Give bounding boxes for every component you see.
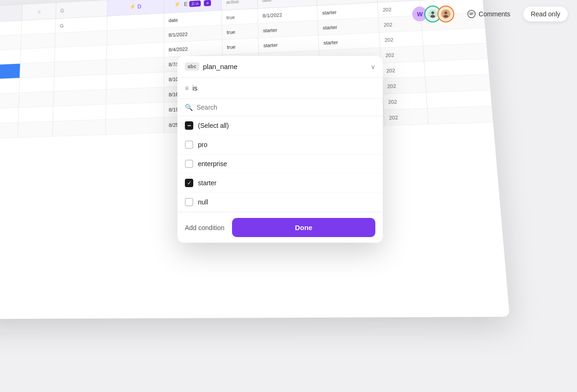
avatar-w-label: W bbox=[417, 11, 422, 18]
operator-text: is bbox=[192, 84, 197, 92]
checkbox-starter[interactable]: ✓ bbox=[185, 179, 193, 187]
active-col-header: active bbox=[226, 0, 239, 5]
hamburger-icon: ≡ bbox=[37, 8, 41, 14]
svg-point-1 bbox=[431, 12, 434, 14]
dash-icon: − bbox=[187, 122, 191, 129]
svg-point-4 bbox=[444, 12, 447, 14]
svg-point-2 bbox=[430, 15, 435, 18]
read-only-label: Read only bbox=[531, 10, 560, 18]
checkbox-enterprise[interactable] bbox=[185, 160, 193, 168]
option-label-select-all: (Select all) bbox=[198, 122, 229, 129]
option-enterprise[interactable]: enterprise bbox=[177, 154, 383, 174]
option-label-pro: pro bbox=[198, 141, 207, 148]
filter-panel: abc plan_name ∨ ≡ is 🔍 − (Select all) pr… bbox=[177, 56, 383, 243]
options-list: − (Select all) pro enterprise ✓ starter … bbox=[177, 116, 383, 212]
field-selector-left: abc plan_name bbox=[185, 63, 238, 70]
avatar-orange-img bbox=[441, 9, 450, 19]
comment-icon bbox=[467, 10, 476, 18]
add-condition-button[interactable]: Add condition bbox=[185, 224, 225, 231]
option-select-all[interactable]: − (Select all) bbox=[177, 116, 383, 135]
option-label-starter: starter bbox=[198, 179, 217, 187]
svg-point-5 bbox=[443, 15, 448, 18]
option-label-enterprise: enterprise bbox=[198, 160, 227, 168]
chevron-down-icon[interactable]: ∨ bbox=[371, 63, 375, 70]
option-label-null: null bbox=[198, 198, 208, 206]
read-only-badge: Read only bbox=[523, 7, 568, 21]
col-d-label: D bbox=[137, 3, 141, 9]
check-icon: ✓ bbox=[187, 180, 191, 186]
field-name: plan_name bbox=[203, 63, 238, 70]
filter-footer: Add condition Done bbox=[177, 212, 383, 243]
option-starter[interactable]: ✓ starter bbox=[177, 174, 383, 193]
abc-badge: abc bbox=[185, 63, 199, 70]
sort-za-icon[interactable]: Z↑A bbox=[190, 0, 201, 7]
search-icon: 🔍 bbox=[185, 104, 193, 111]
filter-field-selector[interactable]: abc plan_name ∨ bbox=[177, 56, 383, 77]
filter-operator[interactable]: ≡ is bbox=[177, 77, 383, 99]
checkbox-pro[interactable] bbox=[185, 140, 193, 149]
equals-icon: ≡ bbox=[185, 84, 189, 92]
comments-label: Comments bbox=[478, 10, 510, 18]
svg-point-6 bbox=[468, 10, 475, 18]
avatar-orange bbox=[437, 6, 454, 22]
col-c-header-bg: G bbox=[60, 8, 64, 13]
checkbox-select-all[interactable]: − bbox=[185, 121, 193, 130]
avatar-green-img bbox=[428, 9, 437, 19]
lightning-icon-e: ⚡ bbox=[174, 1, 180, 7]
top-bar: W Comments Read only bbox=[411, 0, 568, 28]
col-e-label: E bbox=[184, 1, 188, 7]
search-section[interactable]: 🔍 bbox=[177, 99, 383, 116]
lightning-icon-d: ⚡ bbox=[130, 4, 136, 9]
date-col-header: date bbox=[262, 0, 272, 3]
option-null[interactable]: null bbox=[177, 193, 383, 212]
search-input[interactable] bbox=[197, 104, 375, 111]
done-button[interactable]: Done bbox=[232, 218, 375, 237]
avatars-group: W bbox=[411, 6, 454, 22]
filter-icon[interactable]: ≡ bbox=[204, 0, 211, 6]
comments-button[interactable]: Comments bbox=[462, 6, 516, 22]
checkbox-null[interactable] bbox=[185, 198, 193, 206]
option-pro[interactable]: pro bbox=[177, 135, 383, 154]
